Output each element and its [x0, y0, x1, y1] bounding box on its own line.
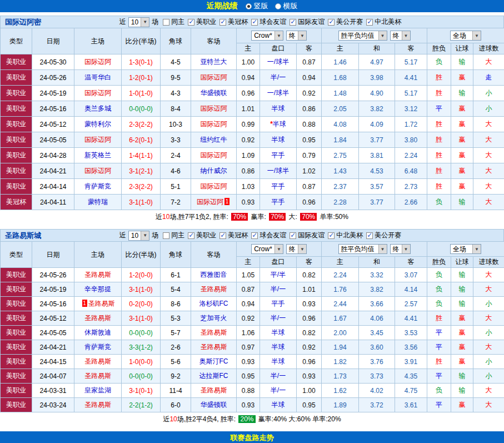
home-team-name[interactable]: 圣路易斯	[84, 271, 111, 278]
league-filter[interactable]: 球会友谊	[251, 231, 286, 240]
score: 3-1(1-0)	[122, 282, 161, 297]
league-filter[interactable]: 中北美杯	[366, 17, 401, 27]
home-team-name[interactable]: 圣路易斯	[84, 401, 111, 409]
scope-select[interactable]: 全场▼	[450, 244, 481, 254]
league-filter[interactable]: 美公开赛	[366, 231, 401, 240]
asian-final-select[interactable]: 终▼	[286, 244, 307, 254]
away-team-name[interactable]: 洛杉矶FC	[199, 300, 228, 307]
checked-checkbox-icon[interactable]	[328, 19, 335, 26]
away-team-name[interactable]: 圣路易斯	[201, 285, 227, 293]
asian-final-select[interactable]: 终▼	[286, 31, 307, 41]
home-team-name[interactable]: 温哥华白	[84, 73, 111, 81]
league-filter[interactable]: 国际友谊	[290, 231, 325, 240]
radio-vertical-label: 竖版	[254, 1, 268, 11]
match-date: 24-05-19	[32, 86, 74, 101]
checked-checkbox-icon[interactable]	[251, 19, 258, 26]
away-team-name[interactable]: 纽约红牛	[201, 136, 227, 143]
match-row: 美职业24-04-07圣路易斯0-0(0-0)9-2达拉斯FC0.95半/一0.…	[1, 369, 504, 384]
asian-away-odds: 0.93	[297, 297, 322, 311]
euro-home-odds: 2.05	[322, 101, 359, 117]
league-filter[interactable]: 美冠杯	[219, 17, 248, 27]
checked-checkbox-icon[interactable]	[366, 19, 373, 26]
scope-select[interactable]: 全场▼	[450, 31, 481, 41]
away-team-name[interactable]: 芝加哥火	[201, 314, 227, 322]
checked-checkbox-icon[interactable]	[290, 232, 296, 239]
away-team-name[interactable]: 圣路易斯	[201, 386, 227, 394]
away-team-name[interactable]: 纳什威尔	[201, 167, 227, 175]
home-team-cell: 圣路易斯	[74, 355, 122, 369]
away-team-name[interactable]: 国际迈阿	[201, 120, 227, 128]
matches-table: 类型 日期 主场 比分(半场) 角球 客场 Crow*▼ 终▼ 胜平负均值▼ 终…	[0, 28, 504, 210]
checked-checkbox-icon[interactable]	[219, 19, 226, 26]
result-wdl: 胜	[427, 148, 451, 163]
checked-checkbox-icon[interactable]	[188, 19, 194, 26]
radio-horizontal[interactable]: 横版	[275, 1, 298, 11]
checked-checkbox-icon[interactable]	[290, 19, 296, 26]
league-filter[interactable]: 美职业	[188, 231, 216, 240]
home-team-name[interactable]: 奥兰多城	[84, 104, 111, 112]
league-filter[interactable]: 美冠杯	[219, 231, 248, 240]
away-team-name[interactable]: 奥斯汀FC	[199, 357, 228, 365]
home-team-name[interactable]: 肯萨斯竞	[84, 182, 111, 190]
home-team-name[interactable]: 国际迈阿	[84, 58, 111, 66]
odds-company-select[interactable]: Crow*▼	[251, 31, 283, 41]
checked-checkbox-icon[interactable]	[251, 232, 258, 239]
home-team-name[interactable]: 新英格兰	[84, 151, 111, 159]
euro-away-odds: 4.14	[395, 282, 427, 297]
home-team-name[interactable]: 肯萨斯竞	[84, 343, 111, 351]
home-team-name[interactable]: 圣路易斯	[84, 357, 111, 365]
checked-checkbox-icon[interactable]	[366, 232, 373, 239]
games-label: 场	[152, 231, 158, 240]
checked-checkbox-icon[interactable]	[328, 232, 335, 239]
league-filter[interactable]: 同主	[163, 17, 184, 27]
away-team-name[interactable]: 华盛顿联	[201, 401, 227, 409]
away-team-name[interactable]: 国际迈阿	[201, 151, 227, 159]
home-team-name[interactable]: 蒙特利尔	[84, 120, 111, 128]
unchecked-checkbox-icon[interactable]	[163, 232, 169, 239]
home-team-name[interactable]: 国际迈阿	[84, 167, 111, 175]
away-team-name[interactable]: 国际迈阿	[197, 198, 223, 206]
match-count-select[interactable]: 10▼	[128, 231, 149, 241]
radio-vertical[interactable]: 竖版	[246, 1, 268, 11]
result-goals: 大	[473, 148, 504, 163]
away-team-name[interactable]: 西雅图音	[201, 271, 227, 278]
away-team-name[interactable]: 国际迈阿	[201, 73, 227, 81]
home-team-name[interactable]: 皇家盐湖	[84, 386, 111, 394]
away-team-name[interactable]: 国际迈阿	[201, 182, 227, 190]
home-team-name[interactable]: 辛辛那提	[84, 285, 111, 293]
league-filter[interactable]: 国际友谊	[290, 17, 325, 27]
checked-checkbox-icon[interactable]	[188, 232, 194, 239]
odds-company-select[interactable]: Crow*▼	[251, 244, 283, 254]
match-count-select[interactable]: 10▼	[128, 17, 149, 27]
away-team-name[interactable]: 圣路易斯	[201, 328, 227, 336]
league-filter[interactable]: 中北美杯	[328, 231, 363, 240]
euro-final-select[interactable]: 终▼	[390, 31, 411, 41]
euro-final-select[interactable]: 终▼	[390, 244, 411, 254]
home-team-cell: 蒙特利尔	[74, 117, 122, 132]
handicap: 半球	[260, 340, 297, 355]
home-team-name[interactable]: 国际迈阿	[84, 136, 111, 143]
radio-selected-icon[interactable]	[246, 3, 252, 9]
away-team-name[interactable]: 达拉斯FC	[199, 372, 228, 380]
away-team-name[interactable]: 华盛顿联	[201, 89, 227, 97]
league-filter[interactable]: 美公开赛	[328, 17, 363, 27]
league-filter[interactable]: 球会友谊	[251, 17, 286, 27]
home-team-name[interactable]: 休斯敦迪	[84, 328, 111, 336]
euro-draw-odds: 3.77	[359, 195, 395, 210]
checked-checkbox-icon[interactable]	[219, 232, 226, 239]
euro-away-odds: 4.41	[395, 70, 427, 86]
league-filter[interactable]: 美职业	[188, 17, 216, 27]
unchecked-checkbox-icon[interactable]	[163, 19, 169, 26]
home-team-name[interactable]: 圣路易斯	[84, 314, 111, 322]
home-team-name[interactable]: 圣路易斯	[84, 372, 111, 380]
radio-unselected-icon[interactable]	[275, 3, 281, 9]
euro-avg-select[interactable]: 胜平负均值▼	[338, 244, 387, 254]
away-team-name[interactable]: 亚特兰大	[201, 58, 227, 66]
home-team-name[interactable]: 蒙特瑞	[88, 198, 108, 206]
home-team-name[interactable]: 圣路易斯	[88, 300, 115, 307]
home-team-name[interactable]: 国际迈阿	[84, 89, 111, 97]
away-team-name[interactable]: 国际迈阿	[201, 104, 227, 112]
euro-avg-select[interactable]: 胜平负均值▼	[338, 31, 387, 41]
league-filter[interactable]: 同主	[163, 231, 184, 240]
away-team-name[interactable]: 圣路易斯	[201, 343, 227, 351]
